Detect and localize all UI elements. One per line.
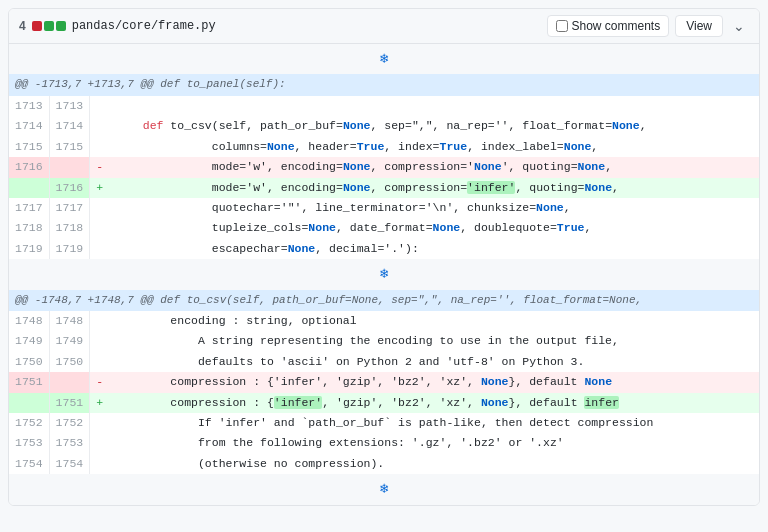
line-num-old: 1718 bbox=[9, 218, 49, 238]
line-code: encoding : string, optional bbox=[109, 311, 759, 331]
line-num-new bbox=[49, 157, 90, 177]
line-code: compression : {'infer', 'gzip', 'bz2', '… bbox=[109, 372, 759, 392]
table-row: 17151715 columns=None, header=True, inde… bbox=[9, 137, 759, 157]
line-num-new: 1715 bbox=[49, 137, 90, 157]
line-num-old: 1752 bbox=[9, 413, 49, 433]
line-num-old: 1749 bbox=[9, 331, 49, 351]
expand-row[interactable]: ❄ bbox=[9, 259, 759, 289]
line-num-old: 1753 bbox=[9, 433, 49, 453]
line-num-new: 1749 bbox=[49, 331, 90, 351]
line-code: from the following extensions: '.gz', '.… bbox=[109, 433, 759, 453]
file-header-left: 4pandas/core/frame.py bbox=[19, 19, 539, 33]
line-num-new: 1753 bbox=[49, 433, 90, 453]
line-num-old: 1751 bbox=[9, 372, 49, 392]
line-num-old: 1713 bbox=[9, 96, 49, 116]
line-num-old bbox=[9, 178, 49, 198]
diff-table: ❄@@ -1713,7 +1713,7 @@ def to_panel(self… bbox=[9, 44, 759, 505]
line-sign bbox=[90, 311, 109, 331]
file-path: pandas/core/frame.py bbox=[72, 19, 216, 33]
table-row: 17521752 If 'infer' and `path_or_buf` is… bbox=[9, 413, 759, 433]
line-num-new bbox=[49, 372, 90, 392]
table-row: 17491749 A string representing the encod… bbox=[9, 331, 759, 351]
line-num-old: 1717 bbox=[9, 198, 49, 218]
line-num-new: 1714 bbox=[49, 116, 90, 136]
line-code: mode='w', encoding=None, compression='in… bbox=[109, 178, 759, 198]
line-sign: + bbox=[90, 393, 109, 413]
line-num-new: 1718 bbox=[49, 218, 90, 238]
expand-icon: ❄ bbox=[380, 51, 388, 67]
line-num-new: 1716 bbox=[49, 178, 90, 198]
table-row: 17191719 escapechar=None, decimal='.'): bbox=[9, 239, 759, 259]
table-row: 17141714 def to_csv(self, path_or_buf=No… bbox=[9, 116, 759, 136]
table-row: 17181718 tupleize_cols=None, date_format… bbox=[9, 218, 759, 238]
table-row: 17481748 encoding : string, optional bbox=[9, 311, 759, 331]
line-code: mode='w', encoding=None, compression='No… bbox=[109, 157, 759, 177]
line-num-old: 1719 bbox=[9, 239, 49, 259]
line-num-old: 1716 bbox=[9, 157, 49, 177]
table-row: 17541754 (otherwise no compression). bbox=[9, 454, 759, 474]
line-sign bbox=[90, 137, 109, 157]
diff-file-0: 4pandas/core/frame.pyShow commentsView⌄❄… bbox=[8, 8, 760, 506]
line-num-old: 1750 bbox=[9, 352, 49, 372]
hunk-header-text: @@ -1713,7 +1713,7 @@ def to_panel(self)… bbox=[9, 74, 759, 96]
show-comments-button[interactable]: Show comments bbox=[547, 15, 670, 37]
line-num-new: 1748 bbox=[49, 311, 90, 331]
line-code: escapechar=None, decimal='.'): bbox=[109, 239, 759, 259]
line-num-new: 1750 bbox=[49, 352, 90, 372]
expand-row[interactable]: ❄ bbox=[9, 44, 759, 74]
line-num-new: 1717 bbox=[49, 198, 90, 218]
table-row: 1716- mode='w', encoding=None, compressi… bbox=[9, 157, 759, 177]
line-code: A string representing the encoding to us… bbox=[109, 331, 759, 351]
line-sign bbox=[90, 433, 109, 453]
line-sign bbox=[90, 96, 109, 116]
expand-icon: ❄ bbox=[380, 266, 388, 282]
table-row: 17501750 defaults to 'ascii' on Python 2… bbox=[9, 352, 759, 372]
line-num-new: 1751 bbox=[49, 393, 90, 413]
table-row: 17531753 from the following extensions: … bbox=[9, 433, 759, 453]
file-header-right: Show commentsView⌄ bbox=[547, 15, 750, 37]
expand-row-bottom[interactable]: ❄ bbox=[9, 474, 759, 504]
dot-1 bbox=[44, 21, 54, 31]
line-code: If 'infer' and `path_or_buf` is path-lik… bbox=[109, 413, 759, 433]
line-sign bbox=[90, 116, 109, 136]
line-sign bbox=[90, 352, 109, 372]
expand-icon-bottom: ❄ bbox=[380, 481, 388, 497]
line-sign bbox=[90, 331, 109, 351]
line-num-new: 1719 bbox=[49, 239, 90, 259]
line-num-new: 1754 bbox=[49, 454, 90, 474]
line-num-new: 1713 bbox=[49, 96, 90, 116]
line-sign: - bbox=[90, 157, 109, 177]
line-num-old: 1754 bbox=[9, 454, 49, 474]
line-sign bbox=[90, 198, 109, 218]
hunk-header: @@ -1748,7 +1748,7 @@ def to_csv(self, p… bbox=[9, 290, 759, 312]
line-sign bbox=[90, 454, 109, 474]
table-row: 1751- compression : {'infer', 'gzip', 'b… bbox=[9, 372, 759, 392]
table-row: 17131713 bbox=[9, 96, 759, 116]
show-comments-checkbox[interactable] bbox=[556, 20, 568, 32]
line-sign: - bbox=[90, 372, 109, 392]
line-code: tupleize_cols=None, date_format=None, do… bbox=[109, 218, 759, 238]
chevron-down-icon[interactable]: ⌄ bbox=[729, 16, 749, 36]
diff-indicators bbox=[32, 21, 66, 31]
dot-0 bbox=[32, 21, 42, 31]
line-num-new: 1752 bbox=[49, 413, 90, 433]
line-sign: + bbox=[90, 178, 109, 198]
line-code: columns=None, header=True, index=True, i… bbox=[109, 137, 759, 157]
hunk-header: @@ -1713,7 +1713,7 @@ def to_panel(self)… bbox=[9, 74, 759, 96]
line-sign bbox=[90, 218, 109, 238]
hunk-header-text: @@ -1748,7 +1748,7 @@ def to_csv(self, p… bbox=[9, 290, 759, 312]
dot-2 bbox=[56, 21, 66, 31]
table-row: 17171717 quotechar='"', line_terminator=… bbox=[9, 198, 759, 218]
line-code bbox=[109, 96, 759, 116]
table-row: 1716+ mode='w', encoding=None, compressi… bbox=[9, 178, 759, 198]
line-num-old: 1714 bbox=[9, 116, 49, 136]
file-number: 4 bbox=[19, 19, 26, 33]
view-button[interactable]: View bbox=[675, 15, 723, 37]
line-code: quotechar='"', line_terminator='\n', chu… bbox=[109, 198, 759, 218]
line-sign bbox=[90, 239, 109, 259]
line-code: def to_csv(self, path_or_buf=None, sep="… bbox=[109, 116, 759, 136]
line-num-old: 1748 bbox=[9, 311, 49, 331]
line-code: (otherwise no compression). bbox=[109, 454, 759, 474]
line-num-old bbox=[9, 393, 49, 413]
show-comments-label: Show comments bbox=[572, 19, 661, 33]
